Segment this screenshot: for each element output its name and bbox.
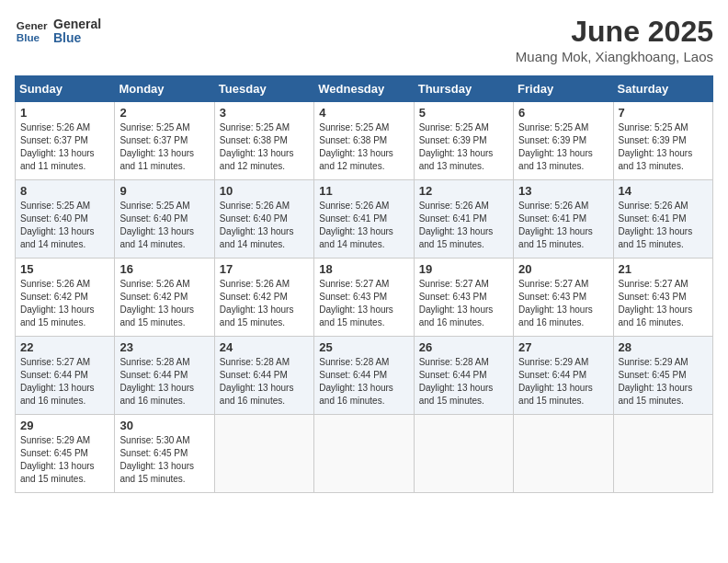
day-number: 25 — [319, 340, 408, 354]
weekday-header-thursday: Thursday — [414, 76, 513, 102]
day-number: 23 — [119, 340, 209, 354]
calendar-cell: 1Sunrise: 5:26 AMSunset: 6:37 PMDaylight… — [16, 102, 115, 180]
week-row-5: 29Sunrise: 5:29 AMSunset: 6:45 PMDayligh… — [16, 415, 713, 493]
calendar-cell: 19Sunrise: 5:27 AMSunset: 6:43 PMDayligh… — [414, 259, 513, 337]
day-detail: Sunrise: 5:28 AMSunset: 6:44 PMDaylight:… — [319, 356, 408, 408]
day-number: 15 — [20, 262, 109, 276]
calendar-cell: 21Sunrise: 5:27 AMSunset: 6:43 PMDayligh… — [613, 259, 712, 337]
day-detail: Sunrise: 5:26 AMSunset: 6:42 PMDaylight:… — [20, 278, 109, 329]
calendar-cell: 9Sunrise: 5:25 AMSunset: 6:40 PMDaylight… — [115, 180, 214, 259]
day-detail: Sunrise: 5:25 AMSunset: 6:39 PMDaylight:… — [419, 121, 508, 173]
day-detail: Sunrise: 5:26 AMSunset: 6:37 PMDaylight:… — [20, 121, 109, 173]
day-number: 30 — [119, 419, 209, 432]
calendar-cell — [314, 415, 414, 493]
calendar-cell: 15Sunrise: 5:26 AMSunset: 6:42 PMDayligh… — [16, 259, 115, 337]
week-row-1: 1Sunrise: 5:26 AMSunset: 6:37 PMDaylight… — [16, 102, 713, 180]
calendar-cell: 29Sunrise: 5:29 AMSunset: 6:45 PMDayligh… — [16, 415, 115, 493]
title-area: June 2025 Muang Mok, Xiangkhoang, Laos — [516, 15, 713, 64]
day-number: 16 — [119, 262, 209, 276]
day-number: 11 — [319, 184, 408, 198]
day-detail: Sunrise: 5:28 AMSunset: 6:44 PMDaylight:… — [119, 356, 209, 408]
calendar-cell: 13Sunrise: 5:26 AMSunset: 6:41 PMDayligh… — [514, 180, 613, 259]
day-detail: Sunrise: 5:25 AMSunset: 6:39 PMDaylight:… — [518, 121, 608, 173]
calendar-cell: 26Sunrise: 5:28 AMSunset: 6:44 PMDayligh… — [414, 337, 513, 415]
calendar-cell — [514, 415, 613, 493]
calendar-cell: 16Sunrise: 5:26 AMSunset: 6:42 PMDayligh… — [115, 259, 214, 337]
day-detail: Sunrise: 5:30 AMSunset: 6:45 PMDaylight:… — [119, 434, 209, 486]
calendar-cell: 17Sunrise: 5:26 AMSunset: 6:42 PMDayligh… — [214, 259, 313, 337]
logo: General Blue General Blue — [15, 15, 101, 48]
calendar-cell: 28Sunrise: 5:29 AMSunset: 6:45 PMDayligh… — [613, 337, 712, 415]
calendar-cell: 11Sunrise: 5:26 AMSunset: 6:41 PMDayligh… — [314, 180, 414, 259]
day-detail: Sunrise: 5:27 AMSunset: 6:43 PMDaylight:… — [319, 278, 408, 329]
day-number: 6 — [518, 106, 608, 120]
day-detail: Sunrise: 5:26 AMSunset: 6:41 PMDaylight:… — [319, 200, 408, 251]
weekday-header-wednesday: Wednesday — [314, 76, 414, 102]
day-detail: Sunrise: 5:26 AMSunset: 6:42 PMDaylight:… — [119, 278, 209, 329]
logo-text: General — [53, 17, 101, 31]
calendar-cell: 24Sunrise: 5:28 AMSunset: 6:44 PMDayligh… — [214, 337, 313, 415]
week-row-4: 22Sunrise: 5:27 AMSunset: 6:44 PMDayligh… — [16, 337, 713, 415]
calendar-table: SundayMondayTuesdayWednesdayThursdayFrid… — [15, 75, 713, 493]
day-number: 4 — [319, 106, 408, 120]
weekday-header-sunday: Sunday — [16, 76, 115, 102]
day-detail: Sunrise: 5:26 AMSunset: 6:41 PMDaylight:… — [419, 200, 508, 251]
weekday-header-row: SundayMondayTuesdayWednesdayThursdayFrid… — [16, 76, 713, 102]
day-number: 3 — [220, 106, 309, 120]
day-detail: Sunrise: 5:25 AMSunset: 6:40 PMDaylight:… — [119, 200, 209, 251]
day-detail: Sunrise: 5:29 AMSunset: 6:45 PMDaylight:… — [20, 434, 109, 486]
calendar-cell — [414, 415, 513, 493]
calendar-cell: 18Sunrise: 5:27 AMSunset: 6:43 PMDayligh… — [314, 259, 414, 337]
day-number: 14 — [619, 184, 708, 198]
day-number: 21 — [619, 262, 708, 276]
day-detail: Sunrise: 5:26 AMSunset: 6:41 PMDaylight:… — [518, 200, 608, 251]
day-number: 24 — [220, 340, 309, 354]
day-detail: Sunrise: 5:25 AMSunset: 6:38 PMDaylight:… — [319, 121, 408, 173]
day-detail: Sunrise: 5:27 AMSunset: 6:43 PMDaylight:… — [619, 278, 708, 329]
calendar-cell: 5Sunrise: 5:25 AMSunset: 6:39 PMDaylight… — [414, 102, 513, 180]
day-number: 10 — [220, 184, 309, 198]
calendar-cell: 8Sunrise: 5:25 AMSunset: 6:40 PMDaylight… — [16, 180, 115, 259]
day-detail: Sunrise: 5:26 AMSunset: 6:40 PMDaylight:… — [220, 200, 309, 251]
day-detail: Sunrise: 5:25 AMSunset: 6:38 PMDaylight:… — [220, 121, 309, 173]
day-number: 29 — [20, 419, 109, 432]
day-detail: Sunrise: 5:29 AMSunset: 6:45 PMDaylight:… — [619, 356, 708, 408]
day-number: 2 — [119, 106, 209, 120]
day-detail: Sunrise: 5:26 AMSunset: 6:42 PMDaylight:… — [220, 278, 309, 329]
day-number: 17 — [220, 262, 309, 276]
svg-text:Blue: Blue — [17, 31, 40, 43]
day-number: 26 — [419, 340, 508, 354]
header: General Blue General Blue June 2025 Muan… — [15, 15, 713, 64]
subtitle: Muang Mok, Xiangkhoang, Laos — [516, 49, 713, 64]
calendar-cell: 14Sunrise: 5:26 AMSunset: 6:41 PMDayligh… — [613, 180, 712, 259]
day-number: 27 — [518, 340, 608, 354]
day-number: 9 — [119, 184, 209, 198]
calendar-cell: 10Sunrise: 5:26 AMSunset: 6:40 PMDayligh… — [214, 180, 313, 259]
day-number: 28 — [619, 340, 708, 354]
calendar-cell: 27Sunrise: 5:29 AMSunset: 6:44 PMDayligh… — [514, 337, 613, 415]
calendar-cell: 6Sunrise: 5:25 AMSunset: 6:39 PMDaylight… — [514, 102, 613, 180]
weekday-header-saturday: Saturday — [613, 76, 712, 102]
day-number: 19 — [419, 262, 508, 276]
calendar-cell: 3Sunrise: 5:25 AMSunset: 6:38 PMDaylight… — [214, 102, 313, 180]
calendar-cell: 4Sunrise: 5:25 AMSunset: 6:38 PMDaylight… — [314, 102, 414, 180]
day-detail: Sunrise: 5:25 AMSunset: 6:40 PMDaylight:… — [20, 200, 109, 251]
day-detail: Sunrise: 5:27 AMSunset: 6:43 PMDaylight:… — [518, 278, 608, 329]
day-number: 22 — [20, 340, 109, 354]
calendar-cell: 25Sunrise: 5:28 AMSunset: 6:44 PMDayligh… — [314, 337, 414, 415]
calendar-cell — [214, 415, 313, 493]
day-number: 13 — [518, 184, 608, 198]
day-detail: Sunrise: 5:29 AMSunset: 6:44 PMDaylight:… — [518, 356, 608, 408]
day-detail: Sunrise: 5:25 AMSunset: 6:39 PMDaylight:… — [619, 121, 708, 173]
week-row-2: 8Sunrise: 5:25 AMSunset: 6:40 PMDaylight… — [16, 180, 713, 259]
day-number: 8 — [20, 184, 109, 198]
calendar-cell: 20Sunrise: 5:27 AMSunset: 6:43 PMDayligh… — [514, 259, 613, 337]
calendar-cell: 23Sunrise: 5:28 AMSunset: 6:44 PMDayligh… — [115, 337, 214, 415]
weekday-header-monday: Monday — [115, 76, 214, 102]
calendar-cell: 7Sunrise: 5:25 AMSunset: 6:39 PMDaylight… — [613, 102, 712, 180]
day-number: 7 — [619, 106, 708, 120]
day-number: 5 — [419, 106, 508, 120]
main-title: June 2025 — [516, 15, 713, 49]
day-number: 20 — [518, 262, 608, 276]
day-number: 12 — [419, 184, 508, 198]
